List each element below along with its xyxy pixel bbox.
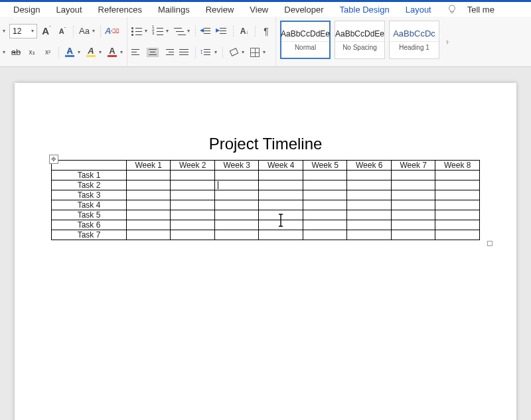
- numbered-list-dropdown[interactable]: ▾: [166, 28, 169, 34]
- row-header[interactable]: Task 5: [52, 210, 127, 220]
- style-normal[interactable]: AaBbCcDdEe Normal: [280, 21, 331, 59]
- font-color-dropdown[interactable]: ▾: [120, 49, 123, 55]
- shading-button[interactable]: [227, 46, 240, 59]
- project-timeline-table[interactable]: Week 1Week 2Week 3Week 4Week 5Week 6Week…: [51, 160, 480, 240]
- numbered-list-button[interactable]: [151, 25, 165, 38]
- table-cell[interactable]: [259, 200, 303, 210]
- table-cell[interactable]: [303, 210, 347, 220]
- table-cell[interactable]: [303, 200, 347, 210]
- table-cell[interactable]: [391, 200, 435, 210]
- table-cell[interactable]: [435, 210, 480, 220]
- font-size-field[interactable]: 12 ▾: [9, 24, 37, 38]
- change-case-dropdown[interactable]: ▾: [92, 28, 95, 34]
- table-cell[interactable]: [347, 220, 392, 230]
- superscript-button[interactable]: x: [41, 46, 54, 59]
- table-cell[interactable]: [171, 210, 215, 220]
- row-header[interactable]: Task 4: [52, 200, 127, 210]
- column-header[interactable]: Week 7: [391, 161, 435, 171]
- table-corner-cell[interactable]: [52, 161, 127, 171]
- table-cell[interactable]: [347, 210, 392, 220]
- highlight-dropdown[interactable]: ▾: [99, 49, 102, 55]
- row-header[interactable]: Task 3: [52, 190, 127, 200]
- column-header[interactable]: Week 3: [214, 161, 259, 171]
- table-cell[interactable]: [214, 220, 259, 230]
- multilevel-list-dropdown[interactable]: ▾: [187, 28, 190, 34]
- row-header[interactable]: Task 7: [52, 230, 127, 240]
- table-cell[interactable]: [435, 200, 480, 210]
- shrink-font-button[interactable]: Aˇ: [56, 25, 69, 38]
- table-cell[interactable]: [435, 220, 480, 230]
- column-header[interactable]: Week 2: [171, 161, 215, 171]
- table-cell[interactable]: [259, 180, 303, 190]
- tab-review[interactable]: Review: [198, 2, 242, 17]
- table-cell[interactable]: [303, 220, 347, 230]
- table-cell[interactable]: [214, 200, 259, 210]
- align-left-button[interactable]: [130, 46, 143, 59]
- table-cell[interactable]: [347, 200, 392, 210]
- table-cell[interactable]: [347, 171, 392, 180]
- tab-layout[interactable]: Layout: [48, 2, 90, 17]
- table-cell[interactable]: [171, 171, 215, 180]
- table-cell[interactable]: [347, 190, 392, 200]
- column-header[interactable]: Week 1: [126, 161, 171, 171]
- table-cell[interactable]: [171, 230, 215, 240]
- table-cell[interactable]: [391, 190, 435, 200]
- table-cell[interactable]: [171, 220, 215, 230]
- table-cell[interactable]: [126, 200, 171, 210]
- table-cell[interactable]: [171, 180, 215, 190]
- column-header[interactable]: Week 6: [347, 161, 392, 171]
- column-header[interactable]: Week 8: [435, 161, 480, 171]
- text-effects-dropdown[interactable]: ▾: [78, 49, 80, 55]
- borders-dropdown[interactable]: ▾: [263, 49, 266, 55]
- table-cell[interactable]: [303, 190, 347, 200]
- line-spacing-dropdown[interactable]: ▾: [214, 49, 217, 55]
- document-title[interactable]: Project Timeline: [15, 135, 516, 153]
- table-cell[interactable]: [259, 171, 303, 180]
- table-cell[interactable]: [126, 210, 171, 220]
- column-header[interactable]: Week 5: [303, 161, 347, 171]
- increase-indent-button[interactable]: [216, 25, 229, 38]
- subscript-button[interactable]: x: [25, 46, 38, 59]
- decrease-indent-button[interactable]: [200, 25, 213, 38]
- clear-formatting-button[interactable]: A⌫: [105, 25, 119, 38]
- table-cell[interactable]: [303, 171, 347, 180]
- table-cell[interactable]: [259, 230, 303, 240]
- table-resize-handle[interactable]: [487, 241, 493, 246]
- tab-mailings[interactable]: Mailings: [150, 2, 198, 17]
- font-family-dropdown[interactable]: ▾: [3, 28, 5, 34]
- text-effects-button[interactable]: A: [63, 46, 76, 59]
- grow-font-button[interactable]: Aˆ: [40, 25, 53, 38]
- font-color-button[interactable]: A: [106, 46, 119, 59]
- change-case-button[interactable]: Aa: [78, 25, 91, 38]
- table-cell[interactable]: [303, 230, 347, 240]
- table-cell[interactable]: [347, 180, 392, 190]
- table-cell[interactable]: [214, 190, 259, 200]
- table-cell[interactable]: [126, 180, 171, 190]
- shading-dropdown[interactable]: ▾: [242, 49, 244, 55]
- table-cell[interactable]: [126, 220, 171, 230]
- styles-more-button[interactable]: ›: [443, 21, 451, 62]
- table-cell[interactable]: [259, 190, 303, 200]
- style-heading-1[interactable]: AaBbCcDc Heading 1: [389, 21, 439, 59]
- table-cell[interactable]: [214, 210, 259, 220]
- tab-table-layout[interactable]: Layout: [398, 2, 439, 17]
- document-page[interactable]: Project Timeline Week 1Week 2Week 3Week …: [15, 83, 516, 420]
- multilevel-list-button[interactable]: [173, 25, 186, 38]
- justify-button[interactable]: [178, 46, 191, 59]
- column-header[interactable]: Week 4: [259, 161, 303, 171]
- tell-me-search[interactable]: Tell me: [439, 2, 510, 17]
- style-no-spacing[interactable]: AaBbCcDdEe No Spacing: [335, 21, 385, 59]
- sort-button[interactable]: A↓: [238, 25, 251, 38]
- align-right-button[interactable]: [162, 46, 175, 59]
- table-cell[interactable]: [435, 230, 480, 240]
- row-header[interactable]: Task 6: [52, 220, 127, 230]
- table-cell[interactable]: [391, 230, 435, 240]
- strikethrough-button[interactable]: ab: [9, 46, 23, 59]
- align-center-button[interactable]: [146, 46, 159, 59]
- table-cell[interactable]: [259, 210, 303, 220]
- show-paragraph-marks-button[interactable]: ¶: [260, 25, 273, 38]
- tab-view[interactable]: View: [242, 2, 276, 17]
- line-spacing-button[interactable]: [200, 46, 213, 59]
- table-cell[interactable]: [435, 171, 480, 180]
- table-cell[interactable]: [126, 190, 171, 200]
